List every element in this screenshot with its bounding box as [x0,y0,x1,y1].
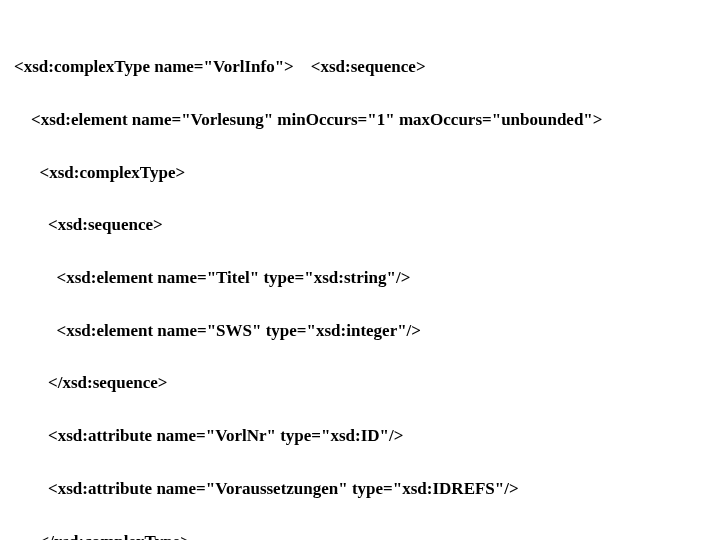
code-line: <xsd:complexType> [14,160,720,186]
code-line: </xsd:complexType> [14,529,720,540]
code-line: </xsd:sequence> [14,370,720,396]
code-line: <xsd:element name="Vorlesung" minOccurs=… [14,107,720,133]
code-block: <xsd:complexType name="VorlInfo"> <xsd:s… [0,0,720,540]
code-line: <xsd:complexType name="VorlInfo"> <xsd:s… [14,54,720,80]
code-line: <xsd:sequence> [14,212,720,238]
code-line: <xsd:attribute name="Voraussetzungen" ty… [14,476,720,502]
code-line: <xsd:attribute name="VorlNr" type="xsd:I… [14,423,720,449]
code-line: <xsd:element name="Titel" type="xsd:stri… [14,265,720,291]
code-line: <xsd:element name="SWS" type="xsd:intege… [14,318,720,344]
